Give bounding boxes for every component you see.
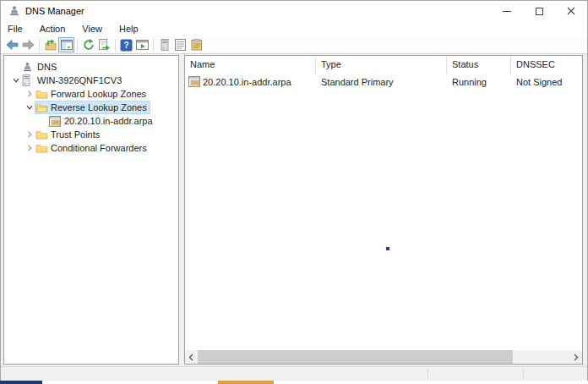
tree-item-label: Conditional Forwarders xyxy=(50,142,150,154)
zone-row[interactable]: 20.20.10.in-addr.arpa Standard Primary R… xyxy=(185,74,582,89)
scroll-right-icon xyxy=(573,354,579,361)
zone-icon xyxy=(49,116,63,127)
zone-name-cell: 20.20.10.in-addr.arpa xyxy=(185,76,316,87)
zone-dnssec-cell: Not Signed xyxy=(511,77,582,87)
show-action-pane-button[interactable] xyxy=(134,37,150,52)
scrollbar-thumb[interactable] xyxy=(198,350,513,364)
zone-icon xyxy=(188,76,200,87)
back-arrow-icon xyxy=(6,40,19,50)
close-icon xyxy=(567,7,575,15)
zone-list-pane: Name Type Status DNSSEC Status xyxy=(184,55,583,365)
menu-help[interactable]: Help xyxy=(119,24,146,34)
toolbar-separator xyxy=(153,39,154,52)
up-one-level-button[interactable] xyxy=(42,37,58,52)
console-tree-icon xyxy=(61,40,73,50)
window-controls xyxy=(491,1,587,21)
refresh-button[interactable] xyxy=(80,37,96,52)
server-button[interactable] xyxy=(156,37,172,52)
chevron-collapsed-icon[interactable] xyxy=(23,89,35,99)
folder-icon xyxy=(35,89,50,99)
tree-item-label: Forward Lookup Zones xyxy=(50,88,149,100)
horizontal-scrollbar[interactable] xyxy=(185,350,582,364)
folder-icon xyxy=(35,129,50,140)
chevron-collapsed-icon[interactable] xyxy=(23,129,35,140)
column-header-status[interactable]: Status xyxy=(447,56,511,74)
statusbar-divider xyxy=(427,369,428,379)
tree-item-label: 20.20.10.in-addr.arpa xyxy=(63,115,155,127)
column-header-name[interactable]: Name xyxy=(185,56,316,74)
tree-item-forward-lookup-zones[interactable]: Forward Lookup Zones xyxy=(4,87,178,101)
help-button[interactable]: ? xyxy=(118,37,134,52)
tree-item-trust-points[interactable]: Trust Points xyxy=(4,128,178,141)
maximize-icon xyxy=(536,8,543,15)
console-tree-pane: DNS WIN-3926QNF1CV3 xyxy=(3,55,179,365)
notes-button[interactable] xyxy=(188,37,204,52)
tree-item-label: Reverse Lookup Zones xyxy=(50,101,150,113)
cursor-dot xyxy=(386,247,389,250)
toolbar-separator xyxy=(115,39,116,52)
window-title: DNS Manager xyxy=(25,6,84,16)
scroll-right-button[interactable] xyxy=(569,350,582,364)
dns-manager-window: DNS Manager File Action View Help xyxy=(0,0,588,381)
export-list-button[interactable] xyxy=(96,37,112,52)
tree-item-label: DNS xyxy=(36,61,59,73)
tree-item-zone-20-20-10[interactable]: 20.20.10.in-addr.arpa xyxy=(4,114,178,128)
menu-view[interactable]: View xyxy=(82,24,110,34)
folder-icon xyxy=(35,143,50,153)
menu-action[interactable]: Action xyxy=(40,24,74,34)
up-one-level-icon xyxy=(44,39,57,51)
selected-tree-item: Reverse Lookup Zones xyxy=(35,101,150,113)
minimize-icon xyxy=(503,11,511,12)
background-orange-block xyxy=(218,381,274,384)
chevron-slot xyxy=(36,116,49,126)
show-hide-console-tree-button[interactable] xyxy=(58,37,74,52)
dns-app-icon xyxy=(8,5,20,17)
statusbar xyxy=(1,366,587,381)
toolbar-separator xyxy=(77,39,78,52)
zone-name: 20.20.10.in-addr.arpa xyxy=(203,77,291,87)
background-page-strip xyxy=(0,381,588,384)
folder-open-icon xyxy=(35,102,50,112)
zone-type-cell: Standard Primary xyxy=(316,77,447,87)
tree-item-conditional-forwarders[interactable]: Conditional Forwarders xyxy=(4,141,178,155)
titlebar: DNS Manager xyxy=(1,1,587,21)
scroll-left-button[interactable] xyxy=(185,350,198,364)
scroll-left-icon xyxy=(188,354,194,361)
menubar: File Action View Help xyxy=(1,21,587,36)
column-header-type[interactable]: Type xyxy=(316,56,447,74)
menu-file[interactable]: File xyxy=(8,24,30,34)
server-node-icon xyxy=(22,74,36,86)
statusbar-divider xyxy=(523,369,524,379)
dns-root-icon xyxy=(22,62,36,73)
tree-item-dns-root[interactable]: DNS xyxy=(4,60,178,74)
tree-item-reverse-lookup-zones[interactable]: Reverse Lookup Zones xyxy=(4,101,178,114)
chevron-expanded-icon[interactable] xyxy=(9,75,22,85)
chevron-collapsed-icon[interactable] xyxy=(23,143,35,153)
notes-icon xyxy=(191,39,203,51)
record-list-button[interactable] xyxy=(172,37,188,52)
zone-status-cell: Running xyxy=(447,77,511,87)
toolbar: ? xyxy=(1,36,587,54)
column-header-dnssec-status[interactable]: DNSSEC Status xyxy=(511,56,582,74)
maximize-button[interactable] xyxy=(523,1,555,21)
chevron-slot xyxy=(9,62,22,72)
forward-button[interactable] xyxy=(20,37,36,52)
back-button[interactable] xyxy=(4,37,20,52)
screen: DNS Manager File Action View Help xyxy=(0,0,588,384)
list-header: Name Type Status DNSSEC Status xyxy=(185,56,582,74)
chevron-expanded-icon[interactable] xyxy=(23,102,35,112)
svg-text:?: ? xyxy=(123,41,128,50)
refresh-icon xyxy=(83,39,95,51)
tree-item-label: WIN-3926QNF1CV3 xyxy=(36,74,124,86)
record-list-icon xyxy=(175,39,186,51)
action-pane-icon xyxy=(136,40,149,50)
close-button[interactable] xyxy=(555,1,587,21)
tree-item-server[interactable]: WIN-3926QNF1CV3 xyxy=(4,74,178,87)
toolbar-separator xyxy=(39,39,40,52)
background-navy-block xyxy=(0,381,42,384)
minimize-button[interactable] xyxy=(491,1,523,21)
content-area: DNS WIN-3926QNF1CV3 xyxy=(1,54,587,366)
help-icon: ? xyxy=(120,39,133,52)
tree-item-label: Trust Points xyxy=(50,129,102,140)
export-list-icon xyxy=(98,39,111,51)
